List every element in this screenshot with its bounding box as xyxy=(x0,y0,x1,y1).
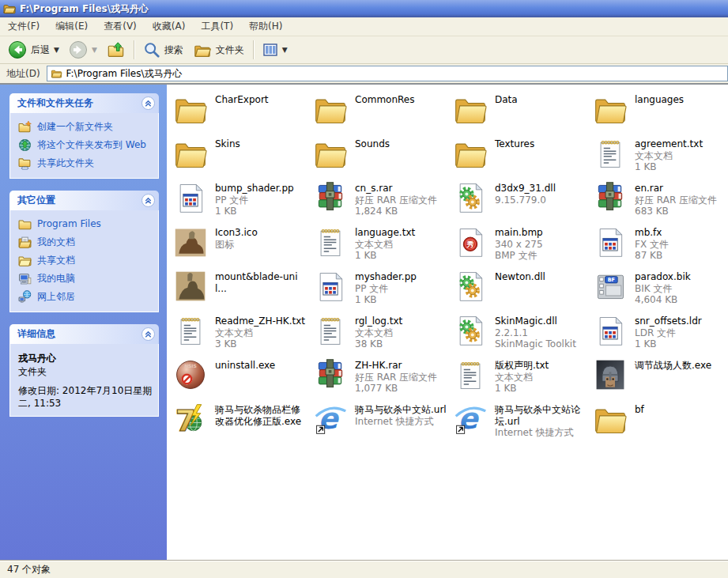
panel-header[interactable]: 详细信息 xyxy=(9,324,159,344)
file-detail: 3 KB xyxy=(215,338,305,350)
file-detail: Internet 快捷方式 xyxy=(495,427,588,439)
collapse-button[interactable] xyxy=(141,96,155,110)
file-item[interactable]: ZH-HK.rar好压 RAR 压缩文件1,077 KB xyxy=(312,356,452,400)
network-icon xyxy=(18,290,32,304)
folder-icon xyxy=(312,136,348,171)
folders-button[interactable]: 文件夹 xyxy=(188,38,249,62)
collapse-button[interactable] xyxy=(141,194,155,207)
back-dropdown-icon[interactable]: ▼ xyxy=(54,47,59,54)
file-name: main.bmp xyxy=(495,227,543,239)
dll-file-icon xyxy=(452,180,488,215)
file-item[interactable]: paradox.bikBIK 文件4,604 KB xyxy=(592,267,728,312)
file-item[interactable]: SkinMagic.dll2.2.1.1SkinMagic Toolkit xyxy=(452,312,592,356)
file-item[interactable]: Textures xyxy=(452,134,592,179)
sidebar-item-label: 将这个文件夹发布到 Web xyxy=(37,139,146,151)
task-pane: 文件和文件夹任务创建一个新文件夹将这个文件夹发布到 Web共享此文件夹其它位置P… xyxy=(0,85,167,560)
file-item[interactable]: snr_offsets.ldrLDR 文件1 KB xyxy=(592,312,728,356)
file-item[interactable]: CommonRes xyxy=(312,90,452,134)
file-text: Readme_ZH-HK.txt文本文档3 KB xyxy=(215,313,305,350)
file-name: agreement.txt xyxy=(635,138,703,150)
file-item[interactable]: Icon3.ico图标 xyxy=(172,223,312,267)
file-item[interactable]: CharExport xyxy=(172,90,312,134)
file-text: bump_shader.ppPP 文件1 KB xyxy=(215,180,294,217)
address-bar: 地址(D) F:\Program Files\戎马丹心 xyxy=(0,64,728,85)
file-item[interactable]: Readme_ZH-HK.txt文本文档3 KB xyxy=(172,312,312,356)
menu-item-1[interactable]: 文件(F) xyxy=(0,17,47,36)
panel-body: Program Files我的文档共享文档我的电脑网上邻居 xyxy=(9,210,159,312)
sidebar-item-label: Program Files xyxy=(37,218,101,230)
file-name: languages xyxy=(635,94,684,106)
file-text: CommonRes xyxy=(355,92,414,106)
forward-button[interactable]: ▼ xyxy=(64,38,102,62)
search-button[interactable]: 搜索 xyxy=(138,38,188,62)
file-item[interactable]: cn_s.rar好压 RAR 压缩文件1,824 KB xyxy=(312,179,452,223)
file-name: SkinMagic.dll xyxy=(495,315,576,327)
menu-item-5[interactable]: 工具(T) xyxy=(193,17,241,36)
sidebar-item-shared-documents[interactable]: 共享文档 xyxy=(18,255,153,267)
file-item[interactable]: mount&blade-unil... xyxy=(172,267,312,312)
panel-header[interactable]: 文件和文件夹任务 xyxy=(9,93,159,113)
file-item[interactable]: bf xyxy=(592,400,728,444)
sidebar-item-publish-web[interactable]: 将这个文件夹发布到 Web xyxy=(18,139,153,152)
sidebar-item-network[interactable]: 网上邻居 xyxy=(18,291,153,304)
views-icon xyxy=(262,42,278,58)
file-item[interactable]: bump_shader.ppPP 文件1 KB xyxy=(172,179,312,223)
file-item[interactable]: Sounds xyxy=(312,134,452,179)
window-title: F:\Program Files\戎马丹心 xyxy=(20,2,149,16)
details-modified-date: 修改日期: 2012年7月10日星期二, 11:53 xyxy=(18,384,153,410)
file-item[interactable]: languages xyxy=(592,90,728,134)
panel-title: 其它位置 xyxy=(17,194,55,207)
file-detail: 1 KB xyxy=(635,161,703,173)
menu-item-2[interactable]: 编辑(E) xyxy=(47,17,96,36)
explorer-content: 文件和文件夹任务创建一个新文件夹将这个文件夹发布到 Web共享此文件夹其它位置P… xyxy=(0,85,728,560)
file-item[interactable]: 版权声明.txt文本文档1 KB xyxy=(452,356,592,400)
menu-item-3[interactable]: 查看(V) xyxy=(96,17,145,36)
file-detail: 好压 RAR 压缩文件 xyxy=(355,372,437,383)
sidebar-item-share-folder[interactable]: 共享此文件夹 xyxy=(18,157,153,170)
menu-item-4[interactable]: 收藏(A) xyxy=(145,17,194,36)
folders-label: 文件夹 xyxy=(216,43,244,57)
file-item[interactable]: myshader.ppPP 文件1 KB xyxy=(312,267,452,312)
file-item[interactable]: en.rar好压 RAR 压缩文件683 KB xyxy=(592,179,728,223)
panel-body: 戎马丹心文件夹修改日期: 2012年7月10日星期二, 11:53 xyxy=(9,344,159,417)
file-detail: 好压 RAR 压缩文件 xyxy=(355,195,437,206)
back-button[interactable]: 后退 ▼ xyxy=(3,38,64,62)
sidebar-item-new-folder[interactable]: 创建一个新文件夹 xyxy=(18,121,153,134)
sidebar-item-my-documents[interactable]: 我的文档 xyxy=(18,236,153,249)
views-dropdown-icon[interactable]: ▼ xyxy=(282,47,288,54)
views-button[interactable]: ▼ xyxy=(258,38,292,62)
file-text: rgl_log.txt文本文档38 KB xyxy=(355,313,402,350)
file-detail: 1 KB xyxy=(355,294,417,306)
collapse-button[interactable] xyxy=(141,327,155,341)
file-item[interactable]: Data xyxy=(452,90,592,134)
file-name: CommonRes xyxy=(355,94,414,106)
text-file-icon xyxy=(312,313,348,348)
file-detail: 340 x 275 xyxy=(495,239,543,251)
file-item[interactable]: Newton.dll xyxy=(452,267,592,312)
window-folder-icon xyxy=(3,2,16,15)
address-input[interactable]: F:\Program Files\戎马丹心 xyxy=(47,66,728,81)
forward-dropdown-icon[interactable]: ▼ xyxy=(92,47,97,54)
sidebar-item-label: 网上邻居 xyxy=(37,291,75,303)
file-item[interactable]: mb.fxFX 文件87 KB xyxy=(592,223,728,267)
file-item[interactable]: uninstall.exe xyxy=(172,356,312,400)
file-name: mb.fx xyxy=(635,227,669,239)
file-item[interactable]: Skins xyxy=(172,134,312,179)
panel-header[interactable]: 其它位置 xyxy=(9,191,159,210)
menu-item-6[interactable]: 帮助(H) xyxy=(241,17,290,36)
up-button[interactable] xyxy=(102,38,130,62)
file-name: mount&blade-unil... xyxy=(215,271,308,294)
file-item[interactable]: 骑马与砍杀中文站论坛.urlInternet 快捷方式 xyxy=(452,400,592,444)
file-item[interactable]: 骑马与砍杀中文站.urlInternet 快捷方式 xyxy=(312,400,452,444)
file-item[interactable]: agreement.txt文本文档1 KB xyxy=(592,134,728,179)
sidebar-item-my-computer[interactable]: 我的电脑 xyxy=(18,273,153,285)
sidebar-item-folder[interactable]: Program Files xyxy=(18,218,153,231)
file-name: 骑马与砍杀物品栏修改器优化修正版.exe xyxy=(215,404,308,427)
dll-file-icon xyxy=(452,269,488,304)
file-item[interactable]: main.bmp340 x 275BMP 文件 xyxy=(452,223,592,267)
file-item[interactable]: 调节战场人数.exe xyxy=(592,356,728,400)
file-item[interactable]: rgl_log.txt文本文档38 KB xyxy=(312,312,452,356)
file-item[interactable]: language.txt文本文档1 KB xyxy=(312,223,452,267)
file-item[interactable]: d3dx9_31.dll9.15.779.0 xyxy=(452,179,592,223)
file-item[interactable]: 骑马与砍杀物品栏修改器优化修正版.exe xyxy=(172,400,312,444)
